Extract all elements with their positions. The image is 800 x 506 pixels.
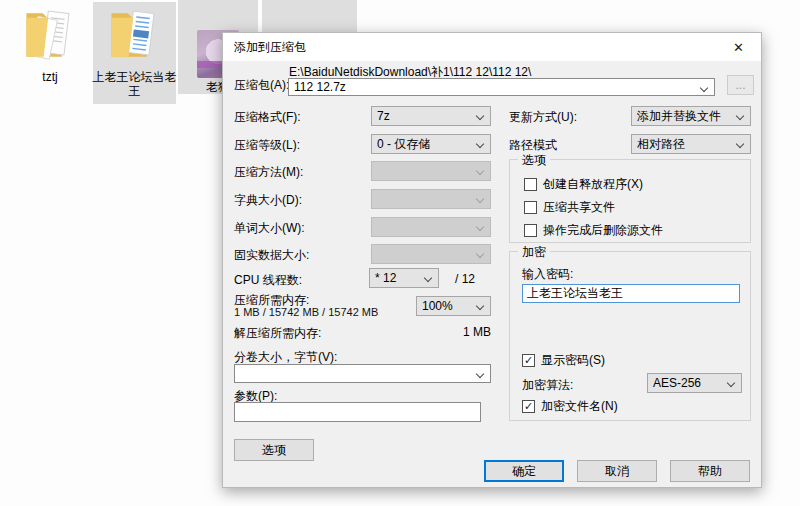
desktop-icon-hidden[interactable] — [262, 0, 357, 36]
chevron-down-icon — [476, 112, 484, 120]
folder-icon — [21, 2, 79, 68]
solid-block-label: 固实数据大小: — [234, 247, 309, 264]
level-combobox[interactable]: 0 - 仅存储 — [371, 134, 491, 154]
archive-name-combobox[interactable]: 112 12.7z — [288, 78, 715, 96]
encryption-groupbox: 加密 输入密码: 上老王论坛当老王 ✓ 显示密码(S) 加密算法: AES-25… — [509, 251, 751, 421]
level-label: 压缩等级(L): — [234, 137, 300, 154]
dictionary-label: 字典大小(D): — [234, 192, 302, 209]
cpu-threads-combobox[interactable]: * 12 — [369, 268, 439, 288]
shared-files-checkbox[interactable]: 压缩共享文件 — [524, 199, 615, 216]
sfx-checkbox[interactable]: 创建自释放程序(X) — [524, 176, 643, 193]
icon-label: tztj — [42, 70, 57, 84]
update-mode-label: 更新方式(U): — [509, 109, 577, 126]
delete-after-checkbox[interactable]: 操作完成后删除源文件 — [524, 222, 663, 239]
split-volume-combobox[interactable] — [234, 364, 491, 383]
word-size-label: 单词大小(W): — [234, 220, 305, 237]
close-icon[interactable]: ✕ — [716, 33, 761, 61]
solid-block-combobox — [371, 244, 491, 264]
cpu-threads-max: / 12 — [455, 272, 475, 286]
chevron-down-icon — [700, 84, 708, 92]
memory-decompress-value: 1 MB — [423, 325, 491, 339]
path-mode-combobox[interactable]: 相对路径 — [631, 134, 751, 154]
encryption-method-label: 加密算法: — [522, 377, 573, 394]
chevron-down-icon — [727, 379, 735, 387]
checkbox-box: ✓ — [522, 354, 535, 367]
method-combobox — [371, 161, 491, 181]
chevron-down-icon — [736, 112, 744, 120]
cancel-button[interactable]: 取消 — [577, 460, 657, 482]
cpu-threads-label: CPU 线程数: — [234, 272, 302, 289]
dialog-titlebar: 添加到压缩包 ✕ — [223, 33, 761, 61]
desktop-icon-laowang-folder[interactable]: 上老王论坛当老王 — [93, 2, 176, 104]
chevron-down-icon — [476, 195, 484, 203]
ok-button[interactable]: 确定 — [484, 460, 564, 482]
browse-button[interactable]: ... — [727, 75, 754, 95]
help-button[interactable]: 帮助 — [670, 460, 750, 482]
chevron-down-icon — [476, 302, 484, 310]
add-to-archive-dialog: 添加到压缩包 ✕ 压缩包(A): E:\BaiduNetdiskDownload… — [222, 32, 762, 488]
checkbox-box — [524, 201, 537, 214]
dialog-title: 添加到压缩包 — [234, 39, 306, 56]
update-mode-combobox[interactable]: 添加并替换文件 — [631, 106, 751, 126]
parameters-input[interactable] — [234, 402, 481, 422]
options-groupbox: 选项 创建自释放程序(X) 压缩共享文件 操作完成后删除源文件 — [509, 159, 751, 243]
memory-percent-combobox[interactable]: 100% — [416, 296, 491, 316]
chevron-down-icon — [736, 140, 744, 148]
chevron-down-icon — [476, 140, 484, 148]
encryption-method-combobox[interactable]: AES-256 — [647, 373, 742, 393]
options-group-legend: 选项 — [518, 152, 550, 169]
encryption-group-legend: 加密 — [518, 244, 550, 261]
icon-label: 上老王论坛当老王 — [93, 70, 177, 99]
word-size-combobox — [371, 217, 491, 237]
memory-compress-detail: 1 MB / 15742 MB / 15742 MB — [234, 306, 378, 318]
password-label: 输入密码: — [522, 266, 573, 283]
chevron-down-icon — [424, 274, 432, 282]
checkbox-box — [524, 224, 537, 237]
checkbox-box — [524, 178, 537, 191]
options-button[interactable]: 选项 — [234, 439, 314, 461]
chevron-down-icon — [476, 167, 484, 175]
password-input[interactable]: 上老王论坛当老王 — [522, 284, 740, 303]
folder-icon — [106, 2, 164, 68]
dictionary-combobox — [371, 189, 491, 209]
format-label: 压缩格式(F): — [234, 109, 301, 126]
chevron-down-icon — [476, 250, 484, 258]
memory-decompress-label: 解压缩所需内存: — [234, 325, 321, 342]
chevron-down-icon — [476, 370, 484, 378]
desktop-icon-tztj[interactable]: tztj — [10, 2, 90, 104]
checkbox-box: ✓ — [522, 400, 535, 413]
chevron-down-icon — [476, 223, 484, 231]
archive-label: 压缩包(A): — [234, 77, 289, 94]
show-password-checkbox[interactable]: ✓ 显示密码(S) — [522, 352, 605, 369]
method-label: 压缩方法(M): — [234, 164, 303, 181]
format-combobox[interactable]: 7z — [371, 106, 491, 126]
encrypt-filenames-checkbox[interactable]: ✓ 加密文件名(N) — [522, 398, 618, 415]
